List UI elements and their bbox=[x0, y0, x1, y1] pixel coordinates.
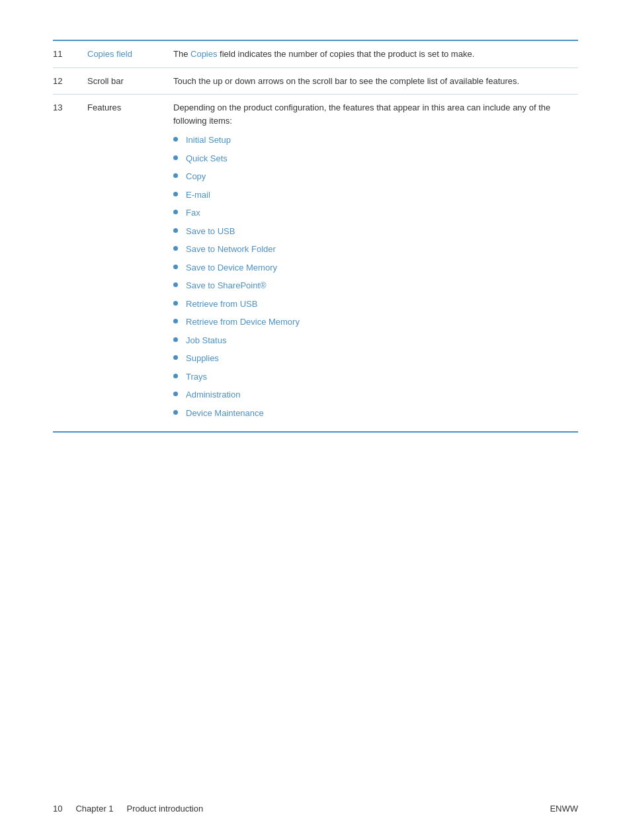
bullet-icon bbox=[173, 355, 178, 360]
bullet-icon bbox=[173, 137, 178, 142]
list-item: Copy bbox=[173, 170, 570, 183]
footer-page-number: 10 bbox=[53, 804, 62, 814]
list-item: Save to SharePoint® bbox=[173, 279, 570, 292]
list-item: Save to Device Memory bbox=[173, 261, 570, 274]
bullet-icon bbox=[173, 301, 178, 306]
list-item: Job Status bbox=[173, 334, 570, 347]
feature-link-administration[interactable]: Administration bbox=[186, 388, 240, 401]
footer-chapter-label: Chapter 1 bbox=[75, 804, 113, 814]
table-row: 12 Scroll bar Touch the up or down arrow… bbox=[53, 67, 578, 95]
list-item: Initial Setup bbox=[173, 134, 570, 147]
list-item: E-mail bbox=[173, 189, 570, 202]
list-item: Device Maintenance bbox=[173, 407, 570, 420]
list-item: Supplies bbox=[173, 352, 570, 365]
feature-link-save-to-usb[interactable]: Save to USB bbox=[186, 225, 235, 238]
bullet-icon bbox=[173, 374, 178, 378]
list-item: Fax bbox=[173, 206, 570, 220]
copies-field-link[interactable]: Copies field bbox=[87, 49, 132, 59]
bullet-icon bbox=[173, 210, 178, 214]
row-number: 12 bbox=[53, 67, 79, 95]
copies-inline-link[interactable]: Copies bbox=[190, 49, 217, 59]
list-item: Save to Network Folder bbox=[173, 243, 570, 256]
bullet-icon bbox=[173, 228, 178, 233]
footer-right-text: ENWW bbox=[550, 804, 578, 814]
list-item: Quick Sets bbox=[173, 152, 570, 165]
row-number: 13 bbox=[53, 95, 79, 432]
row-label: Features bbox=[79, 95, 165, 432]
bullet-icon bbox=[173, 392, 178, 396]
feature-link-initial-setup[interactable]: Initial Setup bbox=[186, 134, 231, 147]
bullet-icon bbox=[173, 337, 178, 342]
row-description: The Copies field indicates the number of… bbox=[165, 41, 578, 67]
row-label: Scroll bar bbox=[79, 67, 165, 95]
list-item: Retrieve from USB bbox=[173, 298, 570, 311]
bullet-icon bbox=[173, 319, 178, 323]
feature-link-save-to-sharepoint[interactable]: Save to SharePoint® bbox=[186, 279, 267, 292]
list-item: Save to USB bbox=[173, 225, 570, 238]
feature-link-save-to-network-folder[interactable]: Save to Network Folder bbox=[186, 243, 276, 256]
feature-link-retrieve-from-device-memory[interactable]: Retrieve from Device Memory bbox=[186, 315, 300, 329]
row-description-cell: Depending on the product configuration, … bbox=[165, 95, 578, 432]
bullet-icon bbox=[173, 155, 178, 160]
list-item: Administration bbox=[173, 388, 570, 401]
list-item: Retrieve from Device Memory bbox=[173, 315, 570, 329]
row-label: Copies field bbox=[79, 41, 165, 67]
table-row: 11 Copies field The Copies field indicat… bbox=[53, 41, 578, 67]
feature-link-email[interactable]: E-mail bbox=[186, 189, 210, 202]
footer-chapter-title: Product introduction bbox=[127, 804, 204, 814]
feature-list: Initial Setup Quick Sets Copy E-mai bbox=[173, 134, 570, 419]
feature-link-save-to-device-memory[interactable]: Save to Device Memory bbox=[186, 261, 277, 274]
row-description-text: Depending on the product configuration, … bbox=[173, 103, 550, 126]
row-number: 11 bbox=[53, 41, 79, 67]
footer-left: 10 Chapter 1 Product introduction bbox=[53, 804, 203, 814]
feature-link-retrieve-from-usb[interactable]: Retrieve from USB bbox=[186, 298, 257, 311]
feature-link-copy[interactable]: Copy bbox=[186, 170, 206, 183]
row-description: Touch the up or down arrows on the scrol… bbox=[165, 67, 578, 95]
bullet-icon bbox=[173, 410, 178, 415]
bullet-icon bbox=[173, 173, 178, 178]
feature-link-trays[interactable]: Trays bbox=[186, 370, 207, 384]
content-table: 11 Copies field The Copies field indicat… bbox=[53, 41, 578, 431]
table-row: 13 Features Depending on the product con… bbox=[53, 95, 578, 432]
bullet-icon bbox=[173, 282, 178, 287]
bullet-icon bbox=[173, 246, 178, 251]
bottom-rule bbox=[53, 431, 578, 433]
feature-link-job-status[interactable]: Job Status bbox=[186, 334, 226, 347]
feature-link-device-maintenance[interactable]: Device Maintenance bbox=[186, 407, 264, 420]
feature-link-supplies[interactable]: Supplies bbox=[186, 352, 219, 365]
bullet-icon bbox=[173, 192, 178, 196]
feature-link-quick-sets[interactable]: Quick Sets bbox=[186, 152, 228, 165]
feature-link-fax[interactable]: Fax bbox=[186, 206, 200, 220]
bullet-icon bbox=[173, 265, 178, 269]
list-item: Trays bbox=[173, 370, 570, 384]
page-footer: 10 Chapter 1 Product introduction ENWW bbox=[53, 804, 578, 814]
